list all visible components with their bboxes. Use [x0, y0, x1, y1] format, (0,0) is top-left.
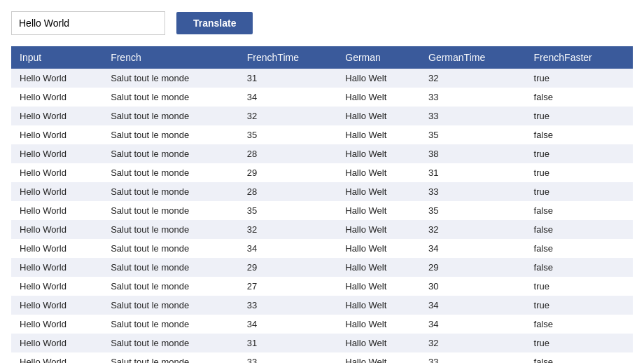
- table-cell-french: Salut tout le monde: [102, 88, 239, 107]
- table-cell-input: Hello World: [11, 277, 102, 296]
- table-cell-german: Hallo Welt: [337, 334, 420, 352]
- table-cell-input: Hello World: [11, 125, 102, 144]
- table-row: Hello WorldSalut tout le monde31Hallo We…: [11, 334, 633, 352]
- table-cell-french: Salut tout le monde: [102, 334, 239, 352]
- table-row: Hello WorldSalut tout le monde35Hallo We…: [11, 201, 633, 220]
- table-cell-german: Hallo Welt: [337, 315, 420, 334]
- table-cell-german: Hallo Welt: [337, 125, 420, 144]
- table-cell-frenchtime: 33: [239, 296, 337, 315]
- table-cell-frenchtime: 27: [239, 277, 337, 296]
- table-row: Hello WorldSalut tout le monde28Hallo We…: [11, 182, 633, 201]
- table-cell-french: Salut tout le monde: [102, 144, 239, 163]
- table-cell-frenchfaster: false: [526, 258, 633, 277]
- table-cell-frenchfaster: true: [526, 107, 633, 125]
- table-cell-frenchfaster: true: [526, 144, 633, 163]
- table-cell-german: Hallo Welt: [337, 277, 420, 296]
- table-cell-input: Hello World: [11, 107, 102, 125]
- table-cell-frenchtime: 31: [239, 69, 337, 88]
- table-cell-frenchfaster: true: [526, 296, 633, 315]
- table-row: Hello WorldSalut tout le monde33Hallo We…: [11, 296, 633, 315]
- table-cell-frenchfaster: false: [526, 88, 633, 107]
- table-cell-input: Hello World: [11, 144, 102, 163]
- table-cell-germantime: 29: [420, 258, 525, 277]
- table-cell-input: Hello World: [11, 163, 102, 182]
- table-cell-french: Salut tout le monde: [102, 277, 239, 296]
- table-row: Hello WorldSalut tout le monde29Hallo We…: [11, 258, 633, 277]
- table-cell-german: Hallo Welt: [337, 88, 420, 107]
- col-header-french: French: [102, 46, 239, 69]
- table-cell-german: Hallo Welt: [337, 163, 420, 182]
- table-cell-input: Hello World: [11, 239, 102, 258]
- table-cell-frenchtime: 34: [239, 239, 337, 258]
- table-cell-germantime: 34: [420, 296, 525, 315]
- table-cell-frenchtime: 34: [239, 315, 337, 334]
- table-cell-frenchfaster: true: [526, 277, 633, 296]
- table-row: Hello WorldSalut tout le monde28Hallo We…: [11, 144, 633, 163]
- table-cell-french: Salut tout le monde: [102, 182, 239, 201]
- table-header-row: Input French FrenchTime German GermanTim…: [11, 46, 633, 69]
- search-input[interactable]: [11, 11, 165, 35]
- table-cell-german: Hallo Welt: [337, 239, 420, 258]
- table-cell-germantime: 33: [420, 352, 525, 363]
- toolbar: Translate: [11, 11, 633, 35]
- table-row: Hello WorldSalut tout le monde29Hallo We…: [11, 163, 633, 182]
- table-cell-frenchfaster: false: [526, 220, 633, 239]
- table-row: Hello WorldSalut tout le monde34Hallo We…: [11, 88, 633, 107]
- table-cell-germantime: 30: [420, 277, 525, 296]
- table-cell-frenchtime: 28: [239, 182, 337, 201]
- table-cell-germantime: 33: [420, 88, 525, 107]
- table-row: Hello WorldSalut tout le monde32Hallo We…: [11, 107, 633, 125]
- table-cell-germantime: 38: [420, 144, 525, 163]
- table-cell-german: Hallo Welt: [337, 144, 420, 163]
- table-cell-frenchtime: 28: [239, 144, 337, 163]
- table-row: Hello WorldSalut tout le monde31Hallo We…: [11, 69, 633, 88]
- table-cell-frenchfaster: true: [526, 334, 633, 352]
- table-cell-frenchtime: 33: [239, 352, 337, 363]
- table-cell-input: Hello World: [11, 201, 102, 220]
- table-cell-frenchfaster: true: [526, 182, 633, 201]
- table-cell-input: Hello World: [11, 315, 102, 334]
- table-cell-frenchtime: 32: [239, 220, 337, 239]
- table-cell-german: Hallo Welt: [337, 352, 420, 363]
- table-cell-germantime: 33: [420, 182, 525, 201]
- table-cell-german: Hallo Welt: [337, 69, 420, 88]
- table-row: Hello WorldSalut tout le monde33Hallo We…: [11, 352, 633, 363]
- table-row: Hello WorldSalut tout le monde34Hallo We…: [11, 239, 633, 258]
- table-cell-frenchtime: 34: [239, 88, 337, 107]
- table-row: Hello WorldSalut tout le monde32Hallo We…: [11, 220, 633, 239]
- table-cell-input: Hello World: [11, 258, 102, 277]
- table-cell-german: Hallo Welt: [337, 182, 420, 201]
- col-header-input: Input: [11, 46, 102, 69]
- table-cell-germantime: 35: [420, 125, 525, 144]
- table-cell-german: Hallo Welt: [337, 296, 420, 315]
- results-table: Input French FrenchTime German GermanTim…: [11, 46, 633, 363]
- table-cell-germantime: 34: [420, 239, 525, 258]
- table-cell-french: Salut tout le monde: [102, 69, 239, 88]
- table-cell-frenchfaster: false: [526, 315, 633, 334]
- table-cell-input: Hello World: [11, 220, 102, 239]
- table-cell-germantime: 32: [420, 220, 525, 239]
- table-cell-germantime: 33: [420, 107, 525, 125]
- table-cell-frenchfaster: false: [526, 239, 633, 258]
- table-cell-germantime: 32: [420, 334, 525, 352]
- table-cell-frenchtime: 29: [239, 163, 337, 182]
- table-cell-french: Salut tout le monde: [102, 163, 239, 182]
- translate-button[interactable]: Translate: [176, 12, 253, 34]
- table-cell-germantime: 32: [420, 69, 525, 88]
- table-cell-frenchtime: 32: [239, 107, 337, 125]
- table-cell-input: Hello World: [11, 69, 102, 88]
- table-cell-french: Salut tout le monde: [102, 258, 239, 277]
- table-cell-frenchtime: 35: [239, 125, 337, 144]
- table-cell-input: Hello World: [11, 352, 102, 363]
- table-cell-german: Hallo Welt: [337, 107, 420, 125]
- col-header-german: German: [337, 46, 420, 69]
- table-row: Hello WorldSalut tout le monde34Hallo We…: [11, 315, 633, 334]
- table-cell-french: Salut tout le monde: [102, 239, 239, 258]
- table-cell-germantime: 35: [420, 201, 525, 220]
- table-cell-input: Hello World: [11, 182, 102, 201]
- table-cell-germantime: 34: [420, 315, 525, 334]
- table-cell-french: Salut tout le monde: [102, 220, 239, 239]
- col-header-germantime: GermanTime: [420, 46, 525, 69]
- table-cell-frenchfaster: false: [526, 125, 633, 144]
- table-cell-frenchfaster: false: [526, 201, 633, 220]
